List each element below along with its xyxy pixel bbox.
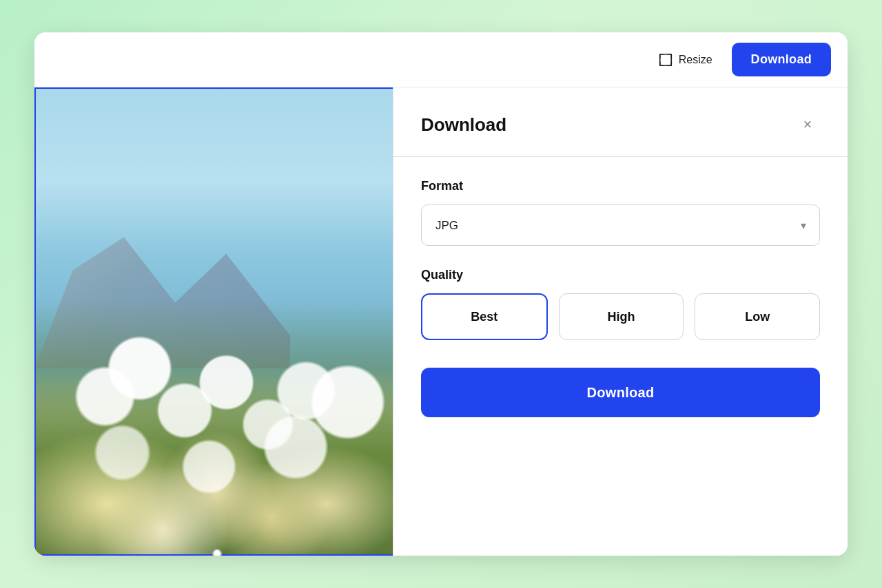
svg-rect-0 [659, 54, 671, 65]
format-select-wrapper: JPG PNG WEBP SVG ▾ [421, 204, 820, 246]
quality-low-button[interactable]: Low [695, 293, 820, 340]
close-button[interactable]: × [795, 112, 820, 137]
flowers-white [53, 228, 400, 509]
image-area [34, 87, 400, 556]
panel-title: Download [421, 114, 506, 136]
quality-section: Quality Best High Low [421, 268, 820, 340]
quality-high-button[interactable]: High [559, 293, 684, 340]
main-container: Resize Download Download × Format [34, 32, 848, 556]
quality-buttons: Best High Low [421, 293, 820, 340]
panel-header: Download × [421, 112, 820, 137]
resize-label: Resize [679, 54, 712, 66]
format-select[interactable]: JPG PNG WEBP SVG [421, 204, 820, 246]
download-panel: Download × Format JPG PNG WEBP SVG ▾ Qua… [393, 87, 848, 556]
download-header-button[interactable]: Download [732, 43, 831, 76]
close-icon: × [803, 116, 812, 134]
quality-best-button[interactable]: Best [421, 293, 548, 340]
resize-button[interactable]: Resize [647, 45, 724, 74]
format-section: Format JPG PNG WEBP SVG ▾ [421, 179, 820, 246]
divider [393, 156, 848, 157]
quality-label: Quality [421, 268, 820, 282]
download-panel-button[interactable]: Download [421, 368, 820, 417]
resize-icon [658, 52, 673, 67]
image-background [34, 87, 400, 556]
format-label: Format [421, 179, 820, 193]
toolbar: Resize Download [34, 32, 848, 87]
